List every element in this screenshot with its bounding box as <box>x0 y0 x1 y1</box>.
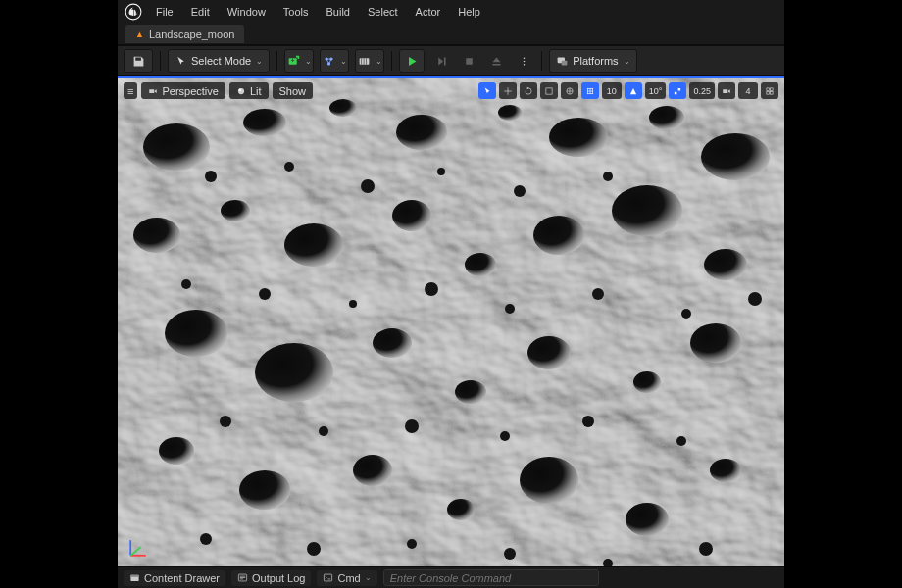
svg-point-55 <box>181 279 191 289</box>
viewport-show-label: Show <box>279 85 307 97</box>
svg-rect-77 <box>546 87 552 93</box>
svg-point-24 <box>549 118 608 157</box>
menu-edit[interactable]: Edit <box>182 3 219 21</box>
svg-rect-89 <box>325 574 332 581</box>
svg-point-59 <box>505 304 515 314</box>
svg-point-31 <box>465 253 496 276</box>
svg-point-51 <box>361 179 375 193</box>
svg-point-46 <box>520 457 578 504</box>
svg-rect-8 <box>363 58 364 65</box>
svg-rect-82 <box>771 91 774 94</box>
chevron-down-icon: ⌄ <box>340 57 347 66</box>
svg-point-69 <box>200 533 212 545</box>
add-content-button[interactable]: + ⌄ <box>284 49 314 73</box>
coordinate-space-toggle[interactable] <box>561 82 578 99</box>
svg-point-19 <box>143 123 210 171</box>
scale-snap-toggle[interactable] <box>669 82 686 99</box>
svg-rect-87 <box>130 575 138 577</box>
chevron-down-icon: ⌄ <box>624 57 630 66</box>
svg-point-38 <box>455 380 486 404</box>
svg-point-67 <box>582 416 594 427</box>
svg-point-40 <box>633 371 661 393</box>
blueprints-button[interactable]: ⌄ <box>320 49 349 73</box>
svg-point-72 <box>504 548 516 560</box>
rotation-snap-value[interactable]: 10° <box>645 82 667 99</box>
camera-speed-value[interactable]: 4 <box>738 82 758 99</box>
menu-actor[interactable]: Actor <box>407 3 450 21</box>
transform-translate-button[interactable] <box>499 82 517 99</box>
platforms-label: Platforms <box>573 55 618 67</box>
svg-point-53 <box>514 185 526 197</box>
grid-snap-toggle[interactable] <box>581 82 599 99</box>
camera-speed-button[interactable] <box>718 82 735 99</box>
save-button[interactable] <box>124 49 153 73</box>
svg-point-41 <box>690 323 741 363</box>
platforms-button[interactable]: Platforms ⌄ <box>549 49 636 73</box>
status-bar: Content Drawer Output Log Cmd ⌄ <box>118 566 784 588</box>
editor-frame: File Edit Window Tools Build Select Acto… <box>118 0 784 588</box>
svg-point-13 <box>523 63 525 65</box>
content-drawer-button[interactable]: Content Drawer <box>124 570 226 586</box>
svg-point-44 <box>353 455 392 486</box>
output-log-label: Output Log <box>252 572 305 584</box>
play-button[interactable] <box>399 49 425 73</box>
svg-point-27 <box>133 218 180 253</box>
chevron-down-icon: ⌄ <box>305 57 312 66</box>
stop-button[interactable] <box>458 49 479 73</box>
play-options-button[interactable] <box>513 49 534 73</box>
svg-rect-9 <box>366 58 367 65</box>
console-input[interactable] <box>383 569 599 586</box>
svg-point-60 <box>592 288 604 300</box>
menu-build[interactable]: Build <box>318 3 359 21</box>
divider <box>160 51 161 71</box>
svg-point-45 <box>447 499 475 520</box>
svg-point-39 <box>527 336 571 369</box>
transform-rotate-button[interactable] <box>520 82 537 99</box>
viewport-options-button[interactable]: ≡ <box>124 82 137 99</box>
skip-button[interactable] <box>430 49 452 73</box>
svg-point-75 <box>238 87 244 93</box>
menu-select[interactable]: Select <box>359 3 407 21</box>
viewport-show-select[interactable]: Show <box>273 82 314 99</box>
svg-point-66 <box>500 431 510 441</box>
svg-point-68 <box>676 436 686 446</box>
chevron-down-icon: ⌄ <box>376 57 382 66</box>
svg-point-23 <box>498 105 522 121</box>
svg-point-30 <box>392 200 431 231</box>
axis-gizmo-icon <box>125 535 151 561</box>
level-tab[interactable]: ▲ Landscape_moon <box>125 25 244 43</box>
editor-mode-select[interactable]: Select Mode ⌄ <box>168 49 270 73</box>
svg-point-58 <box>425 282 438 296</box>
viewport-viewmode-select[interactable]: Lit <box>229 82 269 99</box>
sequencer-button[interactable]: ⌄ <box>355 49 384 73</box>
svg-point-22 <box>396 115 447 150</box>
transform-scale-button[interactable] <box>540 82 558 99</box>
menu-file[interactable]: File <box>147 3 182 21</box>
viewport-canvas[interactable] <box>118 78 784 588</box>
svg-point-34 <box>704 249 747 280</box>
scale-snap-value[interactable]: 0.25 <box>689 82 715 99</box>
menu-window[interactable]: Window <box>219 3 275 21</box>
output-log-button[interactable]: Output Log <box>231 570 311 586</box>
svg-point-33 <box>612 185 682 236</box>
grid-snap-value[interactable]: 10 <box>602 82 622 99</box>
level-tab-label: Landscape_moon <box>149 28 234 40</box>
svg-point-64 <box>319 426 328 436</box>
eject-button[interactable] <box>485 49 507 73</box>
transform-select-button[interactable] <box>478 82 496 99</box>
svg-point-29 <box>284 223 343 267</box>
svg-rect-15 <box>562 60 568 65</box>
unreal-logo-icon[interactable] <box>122 0 145 24</box>
console-type-label: Cmd <box>337 572 360 584</box>
level-viewport[interactable]: ≡ Perspective Lit Show 10 10° <box>118 76 784 588</box>
svg-rect-79 <box>767 87 770 90</box>
console-type-select[interactable]: Cmd ⌄ <box>317 570 376 586</box>
menu-tools[interactable]: Tools <box>275 3 318 21</box>
viewport-viewmode-label: Lit <box>250 85 262 97</box>
viewport-maximize-button[interactable] <box>761 82 778 99</box>
svg-point-21 <box>329 99 357 117</box>
menu-help[interactable]: Help <box>449 3 489 21</box>
rotation-snap-toggle[interactable] <box>625 82 642 99</box>
svg-point-12 <box>523 60 525 62</box>
viewport-camera-select[interactable]: Perspective <box>141 82 225 99</box>
